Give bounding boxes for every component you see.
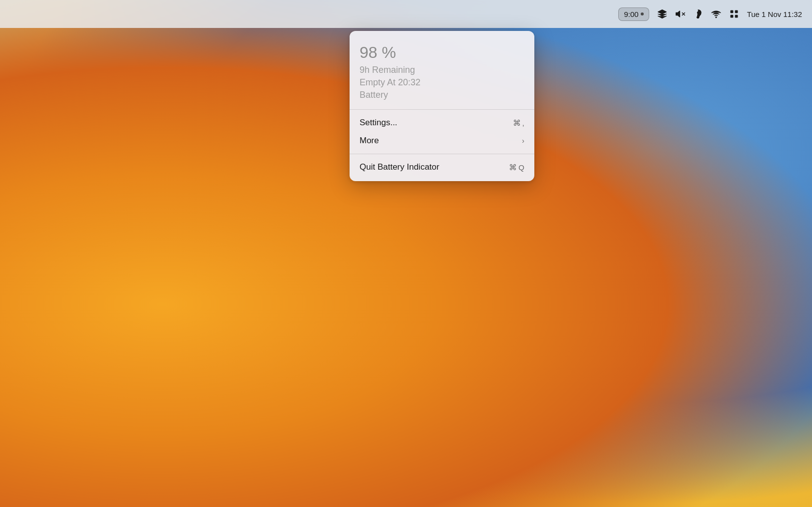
battery-dropdown-menu: 98 % 9h Remaining Empty At 20:32 Battery… — [350, 31, 534, 181]
settings-shortcut-key: , — [522, 119, 524, 127]
battery-info-section: 98 % 9h Remaining Empty At 20:32 Battery — [350, 34, 534, 107]
chevron-right-icon: › — [522, 137, 524, 145]
battery-empty-at: Empty At 20:32 — [360, 76, 524, 89]
svg-rect-5 — [730, 10, 733, 13]
battery-indicator-button[interactable]: 9:00 — [618, 7, 649, 21]
svg-rect-7 — [730, 15, 733, 18]
quit-menu-item[interactable]: Quit Battery Indicator ⌘ Q — [350, 158, 534, 176]
svg-point-3 — [697, 12, 699, 13]
more-menu-item[interactable]: More › — [350, 132, 534, 150]
more-label: More — [360, 136, 379, 146]
settings-shortcut: ⌘ , — [513, 118, 524, 128]
menu-divider-2 — [350, 154, 534, 154]
settings-cmd-symbol: ⌘ — [513, 118, 521, 128]
quit-shortcut: ⌘ Q — [509, 163, 524, 172]
svg-point-4 — [716, 17, 717, 18]
menubar-right: 9:00 — [618, 7, 802, 21]
svg-rect-6 — [735, 10, 738, 13]
svg-marker-0 — [676, 11, 680, 17]
quit-cmd-symbol: ⌘ — [509, 163, 517, 172]
battery-source-label: Battery — [360, 89, 524, 103]
menu-quit-section: Quit Battery Indicator ⌘ Q — [350, 156, 534, 178]
layers-icon[interactable] — [657, 9, 667, 19]
battery-percent: 98 % — [360, 39, 524, 64]
hearing-icon[interactable] — [693, 9, 703, 19]
battery-time-label: 9:00 — [624, 10, 638, 18]
menu-action-section: Settings... ⌘ , More › — [350, 112, 534, 152]
control-center-icon[interactable] — [729, 9, 739, 19]
settings-label: Settings... — [360, 118, 398, 128]
quit-label: Quit Battery Indicator — [360, 162, 439, 172]
menubar-clock: Tue 1 Nov 11:32 — [747, 10, 802, 18]
menu-divider-1 — [350, 109, 534, 110]
quit-shortcut-key: Q — [518, 163, 524, 172]
svg-rect-8 — [735, 15, 738, 18]
menubar: 9:00 — [0, 0, 812, 28]
settings-menu-item[interactable]: Settings... ⌘ , — [350, 114, 534, 132]
wifi-icon[interactable] — [711, 9, 721, 19]
mute-icon[interactable] — [675, 9, 685, 19]
battery-charging-dot — [641, 12, 644, 15]
battery-remaining: 9h Remaining — [360, 64, 524, 76]
